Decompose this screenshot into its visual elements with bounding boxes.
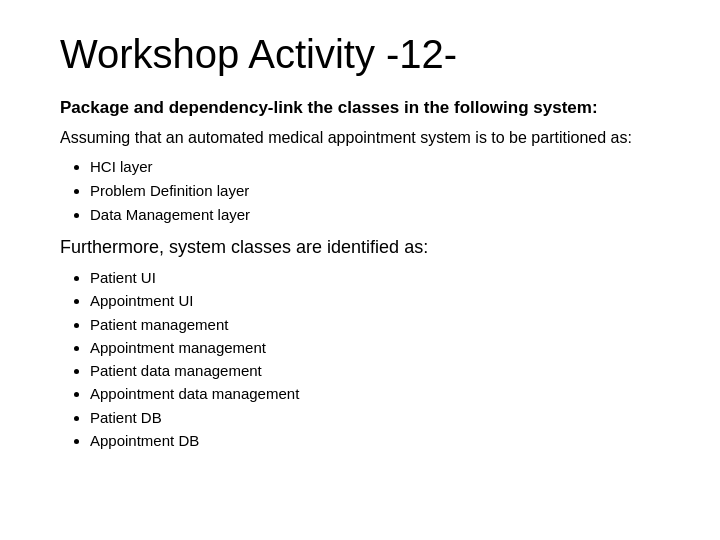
list-item: Patient data management — [90, 359, 660, 382]
list-item: Data Management layer — [90, 203, 660, 227]
slide-container: Workshop Activity -12- Package and depen… — [0, 0, 720, 540]
list-item: Patient DB — [90, 406, 660, 429]
list-item: Appointment management — [90, 336, 660, 359]
classes-list: Patient UI Appointment UI Patient manage… — [90, 266, 660, 452]
list-item: Appointment DB — [90, 429, 660, 452]
list-item: Appointment data management — [90, 382, 660, 405]
list-item: Patient management — [90, 313, 660, 336]
layers-list: HCI layer Problem Definition layer Data … — [90, 155, 660, 227]
list-item: Patient UI — [90, 266, 660, 289]
furthermore-text: Furthermore, system classes are identifi… — [60, 235, 660, 260]
intro-text: Assuming that an automated medical appoi… — [60, 126, 660, 149]
list-item: Problem Definition layer — [90, 179, 660, 203]
list-item: Appointment UI — [90, 289, 660, 312]
list-item: HCI layer — [90, 155, 660, 179]
subtitle-text: Package and dependency-link the classes … — [60, 96, 660, 120]
slide-title: Workshop Activity -12- — [60, 30, 660, 78]
